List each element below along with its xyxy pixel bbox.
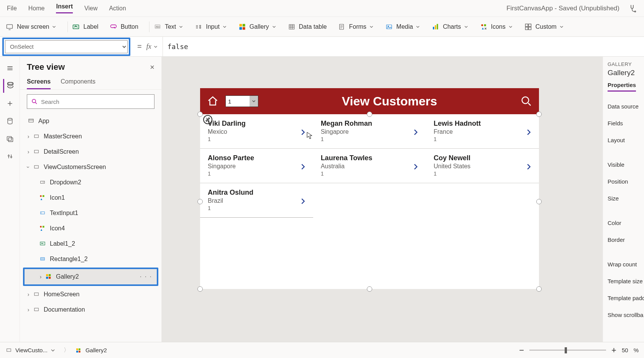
app-checker-icon[interactable]: [627, 3, 637, 13]
screen-icon: [32, 148, 41, 155]
tree-node-app[interactable]: App: [20, 113, 161, 129]
tree-node-dropdown2[interactable]: Dropdown2: [20, 175, 161, 190]
gallery-item[interactable]: Lewis Hadnott France 1: [426, 114, 539, 148]
svg-rect-11: [243, 27, 245, 30]
prop-tab-properties[interactable]: Properties: [608, 82, 636, 92]
menu-insert[interactable]: Insert: [56, 3, 73, 13]
rail-media[interactable]: [3, 132, 17, 146]
gallery-item[interactable]: Megan Rohman Singapore 1: [313, 114, 426, 148]
menu-file[interactable]: File: [7, 5, 17, 12]
media-dropdown[interactable]: Media: [385, 23, 421, 31]
chevron-right-icon[interactable]: [411, 163, 420, 171]
home-icon[interactable]: [207, 95, 219, 107]
tab-components[interactable]: Components: [61, 75, 95, 89]
expand-icon[interactable]: ›: [25, 133, 32, 140]
canvas[interactable]: 1 View Customers Viki Darling Mexico 1: [162, 57, 603, 342]
tree-search[interactable]: [27, 94, 154, 109]
zoom-out[interactable]: −: [519, 345, 524, 355]
custom-dropdown[interactable]: Custom: [524, 23, 564, 31]
prop-row[interactable]: Fields: [608, 115, 644, 131]
chevron-right-icon[interactable]: [299, 163, 307, 171]
gallery-dropdown[interactable]: Gallery: [238, 23, 277, 31]
prop-row[interactable]: Position: [608, 173, 644, 190]
prop-row[interactable]: Size: [608, 190, 644, 207]
expand-icon[interactable]: ›: [25, 307, 32, 313]
data-table-button[interactable]: Data table: [288, 23, 327, 31]
gallery2-control[interactable]: Viki Darling Mexico 1 Megan Rohman Singa…: [200, 114, 539, 289]
chevron-down-icon: [51, 24, 57, 30]
mouse-cursor: [307, 132, 313, 140]
zoom-slider[interactable]: [529, 350, 606, 351]
menu-action[interactable]: Action: [109, 5, 126, 12]
tree-node-label12[interactable]: Label1_2: [20, 236, 161, 251]
prop-row[interactable]: Data source: [608, 98, 644, 115]
tree-search-input[interactable]: [41, 99, 150, 105]
icons-dropdown[interactable]: Icons: [480, 23, 513, 31]
breadcrumb-screen[interactable]: ViewCusto...: [5, 347, 56, 353]
prop-row[interactable]: Show scrollba: [608, 306, 644, 323]
chevron-right-icon[interactable]: [524, 163, 533, 171]
menu-home[interactable]: Home: [28, 5, 45, 12]
tab-screens[interactable]: Screens: [27, 75, 51, 89]
prop-row[interactable]: Template padd: [608, 289, 644, 306]
forms-dropdown[interactable]: Forms: [337, 23, 374, 31]
tree-node-masterscreen[interactable]: › MasterScreen: [20, 129, 161, 144]
expand-icon[interactable]: ›: [25, 149, 32, 155]
zoom-thumb[interactable]: [565, 347, 567, 353]
tree-node-documentation[interactable]: › Documentation: [20, 302, 161, 317]
button-button[interactable]: Button: [109, 23, 138, 31]
search-icon[interactable]: [521, 95, 532, 107]
fx-button[interactable]: fx: [146, 43, 163, 51]
screen-icon: [32, 291, 41, 298]
prop-row[interactable]: Color: [608, 214, 644, 231]
svg-rect-10: [239, 27, 242, 30]
formula-input[interactable]: false: [163, 37, 644, 56]
tree-node-icon1[interactable]: Icon1: [20, 190, 161, 205]
more-options[interactable]: · · ·: [140, 273, 152, 280]
rail-tree-view[interactable]: [3, 79, 17, 93]
gallery-item[interactable]: Coy Newell United States 1: [426, 149, 539, 183]
input-dropdown[interactable]: Input: [194, 23, 227, 31]
tree-node-homescreen[interactable]: › HomeScreen: [20, 287, 161, 302]
rail-insert[interactable]: [3, 97, 17, 110]
gallery-item[interactable]: Laurena Towles Australia 1: [313, 149, 426, 183]
property-selector[interactable]: OnSelect: [5, 40, 128, 53]
tree-node-detailscreen[interactable]: › DetailScreen: [20, 144, 161, 159]
gallery2-highlight: › Gallery2 · · ·: [23, 268, 158, 286]
prop-row[interactable]: Wrap count: [608, 256, 644, 273]
tree-node-viewcustomersscreen[interactable]: › ViewCustomersScreen: [20, 159, 161, 175]
gallery-item[interactable]: Alonso Partee Singapore 1: [200, 149, 313, 183]
chevron-right-icon[interactable]: [299, 197, 307, 205]
zoom-in[interactable]: +: [611, 345, 616, 355]
svg-rect-12: [289, 25, 294, 29]
prop-row[interactable]: Visible: [608, 156, 644, 173]
gallery-item[interactable]: Anitra Oslund Brazil 1: [200, 183, 313, 218]
charts-dropdown[interactable]: Charts: [431, 23, 468, 31]
label-button[interactable]: Label: [72, 23, 98, 31]
text-dropdown[interactable]: Abc Text: [153, 23, 184, 31]
chevron-right-icon[interactable]: [411, 128, 420, 136]
rail-data[interactable]: [3, 114, 17, 128]
chevron-right-icon[interactable]: [299, 128, 307, 136]
menu-view[interactable]: View: [84, 5, 97, 12]
expand-icon[interactable]: ›: [25, 291, 32, 297]
gallery-item[interactable]: Viki Darling Mexico 1: [200, 114, 313, 148]
expand-icon[interactable]: ›: [37, 274, 44, 280]
tree-node-gallery2[interactable]: › Gallery2 · · ·: [25, 269, 157, 284]
chevron-right-icon[interactable]: [524, 128, 533, 136]
chevron-down-icon: [559, 24, 564, 30]
header-dropdown[interactable]: 1: [225, 95, 258, 107]
new-screen-button[interactable]: New screen: [5, 23, 57, 31]
rail-advanced[interactable]: [3, 149, 17, 163]
tree-node-rectangle12[interactable]: Rectangle1_2: [20, 251, 161, 267]
tree-node-icon4[interactable]: Icon4: [20, 221, 161, 236]
prop-row[interactable]: Template size: [608, 273, 644, 289]
prop-row[interactable]: Layout: [608, 131, 644, 148]
tree-node-textinput1[interactable]: TextInput1: [20, 205, 161, 221]
close-tree-view[interactable]: ×: [150, 63, 154, 72]
chevron-down-icon[interactable]: [250, 96, 258, 107]
collapse-icon[interactable]: ›: [25, 163, 31, 171]
rail-hamburger[interactable]: [3, 61, 17, 75]
breadcrumb-control[interactable]: Gallery2: [76, 347, 107, 353]
prop-row[interactable]: Border: [608, 231, 644, 248]
